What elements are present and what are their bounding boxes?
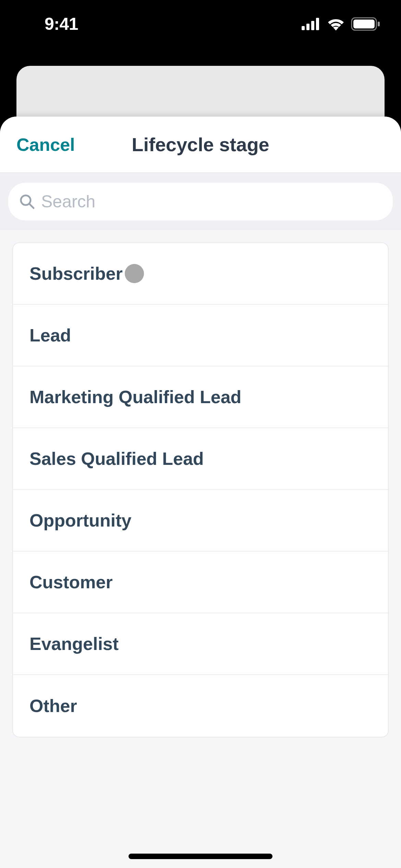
svg-rect-0	[302, 26, 305, 30]
wifi-icon	[327, 17, 345, 31]
option-lead[interactable]: Lead	[13, 305, 388, 366]
svg-line-8	[29, 204, 34, 208]
option-label: Other	[29, 696, 77, 716]
svg-rect-5	[353, 20, 375, 28]
option-evangelist[interactable]: Evangelist	[13, 613, 388, 675]
status-time: 9:41	[45, 14, 78, 34]
search-icon	[19, 194, 35, 209]
option-marketing-qualified-lead[interactable]: Marketing Qualified Lead	[13, 366, 388, 428]
option-label: Evangelist	[29, 634, 119, 654]
status-icons	[302, 17, 380, 31]
option-label: Sales Qualified Lead	[29, 448, 204, 469]
svg-rect-3	[316, 18, 319, 30]
options-wrap: Subscriber Lead Marketing Qualified Lead…	[0, 230, 401, 750]
home-indicator[interactable]	[129, 854, 272, 859]
option-sales-qualified-lead[interactable]: Sales Qualified Lead	[13, 428, 388, 490]
option-label: Customer	[29, 572, 113, 592]
touch-indicator-icon	[125, 264, 144, 283]
device-frame: 9:41	[0, 0, 401, 868]
option-customer[interactable]: Customer	[13, 552, 388, 613]
option-label: Lead	[29, 325, 71, 346]
cellular-signal-icon	[302, 18, 321, 30]
option-subscriber[interactable]: Subscriber	[13, 243, 388, 305]
option-other[interactable]: Other	[13, 675, 388, 737]
svg-rect-6	[378, 22, 380, 26]
search-field[interactable]	[8, 183, 393, 220]
option-label: Marketing Qualified Lead	[29, 387, 241, 407]
svg-rect-2	[311, 21, 314, 30]
search-input[interactable]	[41, 192, 382, 212]
svg-rect-1	[306, 24, 309, 30]
option-label: Subscriber	[29, 263, 123, 284]
battery-icon	[351, 17, 380, 31]
option-opportunity[interactable]: Opportunity	[13, 490, 388, 552]
status-bar: 9:41	[0, 0, 401, 48]
option-label: Opportunity	[29, 510, 132, 531]
modal-header: Cancel Lifecycle stage	[0, 117, 401, 173]
options-list: Subscriber Lead Marketing Qualified Lead…	[12, 242, 389, 737]
search-container	[0, 173, 401, 230]
cancel-button[interactable]: Cancel	[16, 134, 75, 155]
modal-sheet: Cancel Lifecycle stage Subscriber	[0, 117, 401, 868]
